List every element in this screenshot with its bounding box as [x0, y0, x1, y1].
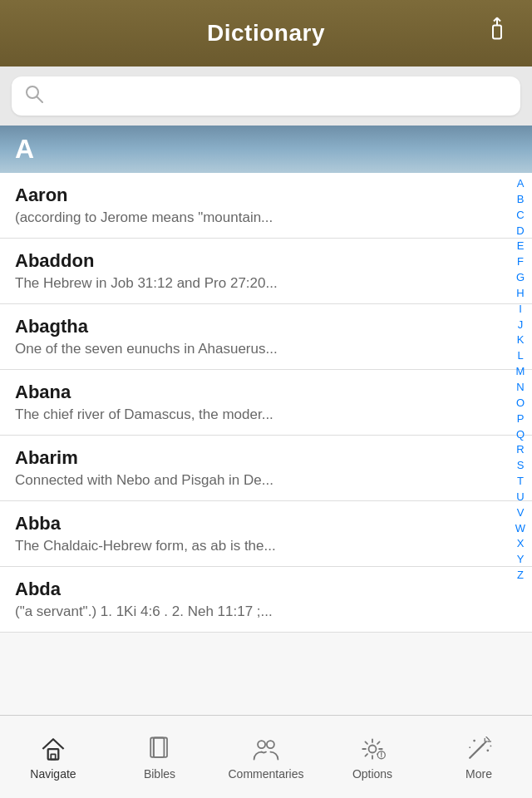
page-title: Dictionary: [207, 20, 325, 47]
entry-description: The Chaldaic-Hebrew form, as ab is the..…: [15, 538, 517, 554]
alpha-M[interactable]: M: [509, 364, 532, 380]
list-item[interactable]: Abba The Chaldaic-Hebrew form, as ab is …: [0, 501, 532, 567]
entry-title: Abagtha: [15, 316, 517, 337]
tab-options-label: Options: [352, 767, 392, 781]
alpha-C[interactable]: C: [509, 208, 532, 224]
alpha-G[interactable]: G: [509, 270, 532, 286]
gear-icon: [357, 734, 387, 764]
alpha-E[interactable]: E: [509, 239, 532, 254]
book-icon: [145, 734, 175, 764]
list-item[interactable]: Abda ("a servant".) 1. 1Ki 4:6 . 2. Neh …: [0, 567, 532, 633]
entry-title: Abda: [15, 579, 517, 600]
alpha-V[interactable]: V: [509, 505, 532, 521]
main-content: Aaron (according to Jerome means "mounta…: [0, 173, 532, 765]
alpha-I[interactable]: I: [509, 302, 532, 318]
tab-navigate-label: Navigate: [30, 767, 76, 781]
entry-list: Aaron (according to Jerome means "mounta…: [0, 173, 532, 765]
alpha-P[interactable]: P: [509, 411, 532, 427]
tab-options[interactable]: Options: [319, 726, 426, 789]
alpha-O[interactable]: O: [509, 396, 532, 411]
entry-description: The chief river of Damascus, the moder..…: [15, 406, 517, 423]
tab-commentaries[interactable]: Commentaries: [213, 726, 319, 789]
svg-point-18: [473, 739, 475, 741]
alpha-T[interactable]: T: [509, 474, 532, 490]
svg-line-3: [37, 97, 43, 103]
alpha-S[interactable]: S: [509, 458, 532, 474]
svg-rect-0: [493, 26, 501, 39]
tab-more-label: More: [466, 767, 492, 781]
alpha-U[interactable]: U: [509, 490, 532, 505]
entry-title: Abana: [15, 382, 517, 403]
search-bar: [12, 76, 520, 116]
entry-title: Abarim: [15, 447, 517, 469]
svg-point-19: [486, 749, 489, 751]
alpha-R[interactable]: R: [509, 442, 532, 458]
alpha-Q[interactable]: Q: [509, 427, 532, 443]
list-item[interactable]: Abaddon The Hebrew in Job 31:12 and Pro …: [0, 239, 532, 304]
list-item[interactable]: Abagtha One of the seven eunuchs in Ahas…: [0, 304, 532, 370]
list-item[interactable]: Abana The chief river of Damascus, the m…: [0, 370, 532, 436]
alpha-H[interactable]: H: [509, 286, 532, 302]
alpha-A[interactable]: A: [509, 176, 532, 192]
entry-description: (according to Jerome means "mountain...: [15, 209, 517, 226]
svg-point-21: [469, 746, 470, 748]
svg-rect-7: [154, 737, 167, 756]
alpha-Y[interactable]: Y: [509, 552, 532, 568]
section-header: A: [0, 126, 532, 173]
list-item[interactable]: Aaron (according to Jerome means "mounta…: [0, 173, 532, 239]
share-button[interactable]: [479, 14, 515, 53]
entry-title: Aaron: [15, 185, 517, 206]
entry-description: Connected with Nebo and Pisgah in De...: [15, 472, 517, 489]
svg-rect-6: [150, 737, 164, 756]
section-letter: A: [15, 134, 34, 165]
entry-title: Abaddon: [15, 250, 517, 272]
alpha-L[interactable]: L: [509, 348, 532, 364]
tab-bibles-label: Bibles: [144, 767, 175, 781]
list-item[interactable]: Abarim Connected with Nebo and Pisgah in…: [0, 436, 532, 501]
magic-wand-icon: [464, 734, 494, 764]
people-icon: [251, 734, 281, 764]
alpha-K[interactable]: K: [509, 332, 532, 348]
alpha-N[interactable]: N: [509, 380, 532, 396]
search-input[interactable]: [52, 87, 507, 105]
entry-description: ("a servant".) 1. 1Ki 4:6 . 2. Neh 11:17…: [15, 603, 517, 620]
alphabet-sidebar: A B C D E F G H I J K L M N O P Q R S T …: [509, 173, 532, 765]
tab-navigate[interactable]: Navigate: [0, 726, 106, 789]
svg-point-11: [369, 745, 377, 752]
alpha-W[interactable]: W: [509, 521, 532, 537]
alpha-X[interactable]: X: [509, 536, 532, 552]
alpha-D[interactable]: D: [509, 224, 532, 239]
header: Dictionary: [0, 0, 532, 66]
alpha-F[interactable]: F: [509, 254, 532, 270]
entry-title: Abba: [15, 513, 517, 534]
house-icon: [38, 734, 68, 764]
svg-line-13: [470, 744, 483, 757]
svg-point-20: [490, 745, 492, 746]
alpha-B[interactable]: B: [509, 192, 532, 208]
entry-description: The Hebrew in Job 31:12 and Pro 27:20...: [15, 275, 517, 292]
svg-point-9: [258, 741, 265, 748]
search-container: [0, 66, 532, 126]
alpha-Z[interactable]: Z: [509, 568, 532, 584]
tab-bibles[interactable]: Bibles: [106, 726, 213, 789]
alpha-J[interactable]: J: [509, 318, 532, 333]
svg-line-17: [486, 736, 490, 740]
search-icon: [25, 85, 43, 107]
tab-bar: Navigate Bibles Commentaries Options: [0, 715, 532, 798]
svg-point-10: [267, 741, 274, 748]
tab-commentaries-label: Commentaries: [228, 767, 303, 781]
entry-description: One of the seven eunuchs in Ahasuerus...: [15, 341, 517, 357]
